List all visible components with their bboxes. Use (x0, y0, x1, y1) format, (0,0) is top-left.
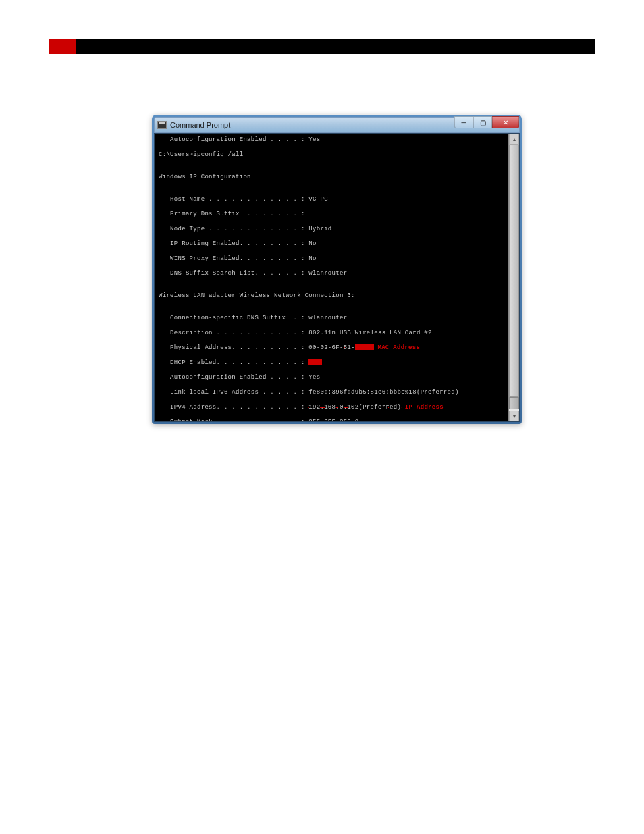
maximize-button[interactable]: ▢ (473, 116, 492, 128)
redacted-block: XX (355, 344, 374, 350)
command-prompt-window: Command Prompt ─ ▢ ✕ Autoconfiguration E… (152, 115, 522, 424)
output-line: Physical Address. . . . . . . . . : 00-0… (159, 344, 504, 352)
scrollbar-track[interactable] (509, 145, 519, 397)
ip-address-annotation: IP Address (401, 404, 444, 411)
scrollbar-thumb[interactable] (509, 397, 519, 409)
close-button[interactable]: ✕ (492, 116, 519, 128)
subnet-value: 255.255.255.0 (308, 419, 358, 421)
minimize-button[interactable]: ─ (454, 116, 473, 128)
cmd-icon (157, 121, 167, 129)
adapter-header: Wireless LAN adapter Wireless Network Co… (159, 292, 504, 300)
output-line: Node Type . . . . . . . . . . . . : Hybr… (159, 226, 504, 233)
label: DHCP Enabled. . . . . . . . . . . : (159, 359, 308, 366)
terminal-area: Autoconfiguration Enabled . . . . : Yes … (154, 133, 520, 422)
redacted-block: Yes (308, 359, 322, 365)
output-line: DHCP Enabled. . . . . . . . . . . : Yes (159, 359, 504, 367)
label: Physical Address. . . . . . . . . : (159, 344, 308, 351)
output-line: Connection-specific DNS Suffix . : wlanr… (159, 315, 504, 322)
mac-address-annotation: MAC Address (374, 344, 420, 351)
minimize-icon: ─ (461, 119, 466, 126)
output-line: DNS Suffix Search List. . . . . . : wlan… (159, 270, 504, 278)
output-line: Autoconfiguration Enabled . . . . : Yes (159, 374, 504, 382)
scroll-up-button[interactable]: ▴ (509, 134, 519, 145)
maximize-icon: ▢ (480, 119, 486, 126)
output-line: Description . . . . . . . . . . . : 802.… (159, 330, 504, 337)
output-line: Autoconfiguration Enabled . . . . : Yes (159, 136, 504, 144)
close-icon: ✕ (503, 119, 508, 126)
window-titlebar[interactable]: Command Prompt ─ ▢ ✕ (154, 117, 520, 133)
output-line: Link-local IPv6 Address . . . . . : fe80… (159, 389, 504, 396)
mac-address-value: 00-02-6F-51- (308, 344, 354, 351)
output-line: Primary Dns Suffix . . . . . . . : (159, 211, 504, 218)
page-header-bar (49, 39, 595, 54)
output-line: IPv4 Address. . . . . . . . . . . : 192.… (159, 404, 504, 411)
output-line: Host Name . . . . . . . . . . . . : vC-P… (159, 196, 504, 203)
window-controls: ─ ▢ ✕ (454, 116, 519, 128)
output-line: WINS Proxy Enabled. . . . . . . . : No (159, 255, 504, 263)
label: IPv4 Address. . . . . . . . . . . : (159, 404, 308, 411)
prompt-line: C:\Users>ipconfig /all (159, 151, 504, 159)
section-header: Windows IP Configuration (159, 174, 504, 181)
scroll-down-button[interactable]: ▾ (509, 411, 519, 421)
chevron-down-icon: ▾ (513, 413, 516, 419)
chevron-up-icon: ▴ (513, 136, 516, 142)
vertical-scrollbar[interactable]: ▴ ▾ (508, 134, 519, 421)
label: Subnet Mask . . . . . . . . . . . : (159, 419, 308, 421)
ipv4-address-value: 192.168.0.102(Preferred) (308, 404, 401, 411)
window-title: Command Prompt (170, 121, 230, 129)
header-red-accent (49, 39, 76, 54)
terminal-output[interactable]: Autoconfiguration Enabled . . . . : Yes … (155, 134, 508, 421)
output-line: Subnet Mask . . . . . . . . . . . : 255.… (159, 419, 504, 421)
output-line: IP Routing Enabled. . . . . . . . : No (159, 240, 504, 248)
